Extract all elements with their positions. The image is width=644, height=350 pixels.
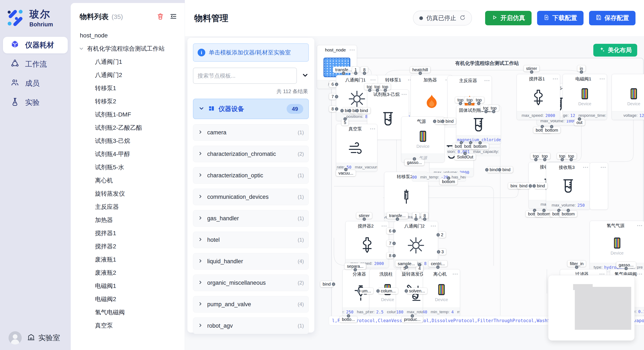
node-menu-icon[interactable]: [600, 78, 604, 80]
port-heatchill[interactable]: heatchill›: [410, 67, 430, 73]
tree-item[interactable]: 有机化学流程综合测试工作站: [71, 42, 185, 55]
tree-item[interactable]: 转移泵2: [71, 95, 185, 108]
port-filterin[interactable]: filter_in›: [568, 261, 586, 267]
node-menu-icon[interactable]: [431, 226, 436, 227]
port-colum[interactable]: colum...›: [378, 288, 398, 294]
port-dot-icon[interactable]: ›: [368, 89, 372, 92]
port-4[interactable]: 4›: [416, 265, 423, 272]
sidebar-item-workflow[interactable]: 工作流: [3, 56, 68, 72]
node-menu-icon[interactable]: [453, 274, 458, 275]
delete-icon[interactable]: [157, 13, 164, 21]
panel-collapse-chevron-icon[interactable]: [302, 72, 309, 80]
port-produc[interactable]: produc...›: [402, 316, 423, 323]
port-bind[interactable]: bind›: [320, 281, 333, 287]
port-um[interactable]: um...›: [359, 288, 373, 294]
template-search-input[interactable]: [193, 68, 297, 84]
sidebar-item-members[interactable]: 成员: [3, 75, 68, 92]
category-row-characterization_optic[interactable]: characterization_optic(1): [193, 167, 309, 184]
lab-switcher[interactable]: 实验室: [27, 333, 60, 343]
category-row-communication_devices[interactable]: communication_devices(1): [193, 189, 309, 205]
port-dot-icon[interactable]: ›: [363, 72, 366, 75]
port-dot-icon[interactable]: ›: [441, 120, 444, 123]
category-row-gas_handler[interactable]: gas_handler(1): [193, 210, 309, 227]
port-dot-icon[interactable]: ›: [335, 82, 338, 86]
port-gasso[interactable]: gasso...›: [405, 160, 424, 166]
port-solven[interactable]: solven...›: [407, 288, 427, 294]
node-menu-icon[interactable]: [350, 49, 354, 51]
tree-item[interactable]: 试剂瓶5-水: [71, 161, 185, 174]
node-menu-icon[interactable]: [402, 94, 406, 95]
sidebar-item-experiment[interactable]: 实验: [3, 94, 68, 111]
port-dot-icon[interactable]: ›: [532, 184, 536, 187]
avatar[interactable]: [8, 331, 22, 345]
port-8[interactable]: 8›: [361, 67, 368, 73]
port-bind[interactable]: bind›: [358, 108, 370, 114]
tree-item[interactable]: 主反应器: [71, 200, 185, 213]
canvas-node[interactable]: [590, 163, 608, 210]
port-top[interactable]: top›: [540, 153, 550, 159]
category-row-liquid_handler[interactable]: liquid_handler(4): [193, 253, 309, 270]
tree-item[interactable]: host_node: [71, 29, 185, 42]
port-top[interactable]: top›: [474, 97, 484, 103]
port-dot-icon[interactable]: ›: [550, 125, 553, 128]
category-row-robot_agv[interactable]: robot_agv(1): [193, 318, 309, 334]
category-row-characterization_chromatic[interactable]: characterization_chromatic(2): [193, 146, 309, 162]
download-config-button[interactable]: 下载配置: [537, 11, 584, 25]
port-bottom[interactable]: bottom›: [559, 211, 577, 217]
port-1[interactable]: 1›: [352, 67, 359, 73]
port-dot-icon[interactable]: ›: [356, 109, 359, 112]
refresh-icon[interactable]: [460, 15, 466, 21]
node-menu-icon[interactable]: [370, 128, 375, 130]
port-top[interactable]: top›: [488, 105, 499, 111]
port-dot-icon[interactable]: ›: [357, 289, 360, 293]
port-dot-icon[interactable]: ›: [414, 217, 418, 221]
canvas-node[interactable]: 搅拌器2max_speed:2000: [346, 221, 389, 268]
tree-item[interactable]: 试剂瓶2-乙酸乙酯: [71, 121, 185, 134]
canvas-node[interactable]: 电磁阀1Devicevoltage:12response_time:0.1: [563, 74, 607, 120]
minimap[interactable]: [548, 275, 635, 341]
port-dot-icon[interactable]: ›: [405, 289, 408, 293]
canvas-node[interactable]: Devicevoltage:12: [612, 74, 644, 120]
node-menu-icon[interactable]: [553, 78, 558, 80]
port-dot-icon[interactable]: ›: [418, 263, 421, 267]
port-vacuu[interactable]: vacuu...›: [336, 170, 356, 176]
port-7[interactable]: 7›: [386, 240, 394, 246]
port-bind[interactable]: bind›: [534, 183, 547, 189]
brand-logo[interactable]: 玻尔 Bohrium: [0, 0, 71, 28]
canvas-node[interactable]: 接收瓶3max_volume:250: [546, 163, 590, 210]
port-dot-icon[interactable]: ›: [405, 266, 408, 269]
port-dot-icon[interactable]: ›: [484, 110, 488, 113]
port-dot-icon[interactable]: ›: [498, 168, 501, 172]
port-botto[interactable]: botto...›: [340, 316, 357, 323]
port-dot-icon[interactable]: ›: [396, 217, 399, 221]
port-dot-icon[interactable]: ›: [413, 157, 416, 161]
port-1[interactable]: 1›: [412, 213, 419, 219]
port-dot-icon[interactable]: ›: [423, 217, 426, 221]
port-bind[interactable]: bind›: [443, 118, 456, 124]
port-sample[interactable]: sample...›: [395, 261, 417, 267]
port-3[interactable]: 3›: [439, 249, 446, 255]
port-separa[interactable]: separa...›: [344, 263, 366, 269]
port-dot-icon[interactable]: ›: [437, 250, 440, 253]
node-menu-icon[interactable]: [382, 226, 386, 227]
port-bind[interactable]: bind›: [517, 183, 530, 189]
collapse-list-icon[interactable]: [170, 12, 177, 21]
port-dot-icon[interactable]: ›: [477, 102, 480, 105]
port-stirrer[interactable]: stirrer›: [356, 213, 372, 219]
port-8[interactable]: 8›: [329, 106, 336, 112]
port-dot-icon[interactable]: ›: [492, 110, 495, 113]
simulation-status-pill[interactable]: 仿真已停止: [413, 11, 472, 25]
port-dot-icon[interactable]: ›: [410, 314, 414, 318]
port-6[interactable]: 6›: [329, 81, 336, 87]
port-dot-icon[interactable]: ›: [575, 266, 578, 269]
port-dot-icon[interactable]: ›: [433, 120, 436, 123]
sidebar-item-cube[interactable]: 仪器耗材: [3, 37, 68, 53]
port-dot-icon[interactable]: ›: [354, 268, 357, 272]
tree-item[interactable]: 电磁阀2: [71, 293, 185, 306]
node-menu-icon[interactable]: [637, 274, 642, 275]
tree-item[interactable]: 转移泵1: [71, 82, 185, 95]
port-bottom[interactable]: bottom›: [471, 143, 489, 150]
canvas-node[interactable]: 离心机Deviceemp:40min_temp:4max_sp: [423, 269, 460, 316]
port-dot-icon[interactable]: ›: [436, 266, 440, 269]
tree-item[interactable]: 废液瓶2: [71, 266, 185, 279]
